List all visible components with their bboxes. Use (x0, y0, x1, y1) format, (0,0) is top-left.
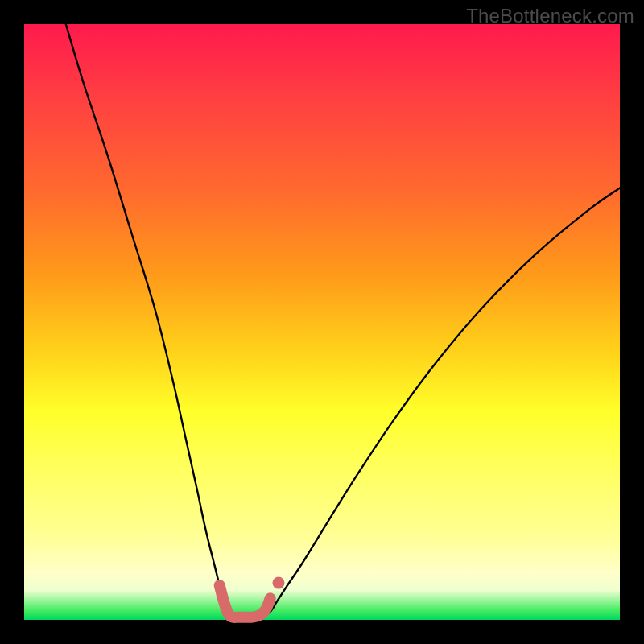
marker-dot (272, 577, 284, 589)
bottleneck-curve (24, 24, 620, 620)
plot-area (24, 24, 620, 620)
curve-path (66, 24, 620, 617)
chart-frame: TheBottleneck.com (0, 0, 644, 644)
watermark-text: TheBottleneck.com (466, 5, 634, 27)
marker-segment (220, 585, 270, 617)
